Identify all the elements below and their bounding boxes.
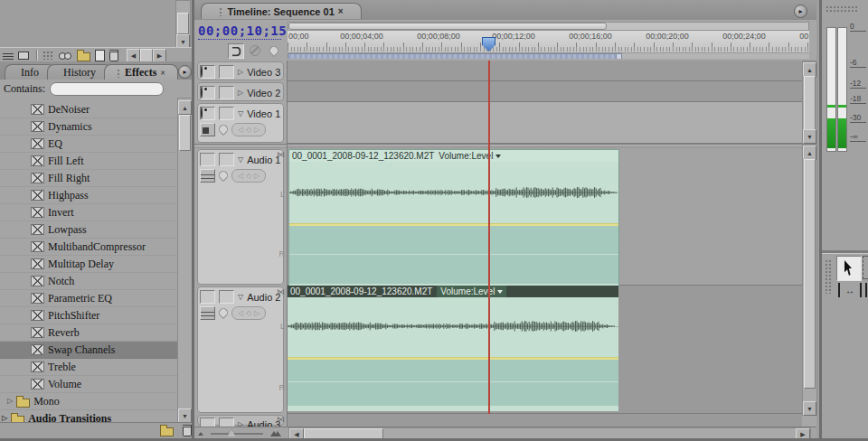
keyframe-toggle-icon[interactable] (217, 306, 230, 319)
zoom-out-icon[interactable] (198, 432, 203, 436)
track-lock-toggle[interactable] (219, 107, 234, 120)
show-keyframes-button[interactable] (200, 306, 215, 320)
clear-trash-icon[interactable] (109, 50, 118, 61)
timeline-zoom-thumb[interactable] (288, 23, 607, 30)
effect-item[interactable]: Volume (0, 376, 177, 393)
current-timecode[interactable]: 00;00;10;15 (198, 23, 287, 38)
scroll-left-button[interactable]: ◀ (127, 49, 140, 62)
toggle-track-output-video3[interactable] (200, 65, 215, 79)
scroll-thumb[interactable] (804, 159, 816, 389)
expand-arrow-icon[interactable]: ▽ (238, 294, 243, 301)
audio-area-scrollbar[interactable]: ▲ ▼ (802, 145, 817, 416)
icon-view-icon[interactable] (18, 52, 29, 60)
zoom-in-icon-2[interactable] (274, 431, 281, 436)
next-keyframe-button[interactable]: ▷ (254, 309, 259, 317)
clip-effect-label[interactable]: Volume:Level (437, 286, 506, 297)
collapse-arrow-icon[interactable]: ▷ (238, 89, 243, 97)
effect-item[interactable]: Fill Left (0, 153, 177, 170)
video1-track-row[interactable] (288, 102, 802, 144)
effect-item-selected[interactable]: Swap Channels (0, 342, 177, 359)
audio1-clip[interactable]: 00_0001_2008-09-12_123620.M2T Volume:Lev… (288, 149, 619, 287)
meters-panel-grip[interactable] (826, 5, 858, 13)
work-area-bar[interactable] (288, 53, 622, 59)
add-keyframe-button[interactable]: ◇ (246, 172, 251, 180)
scroll-up-button[interactable]: ▲ (803, 145, 816, 160)
snap-button[interactable] (228, 43, 244, 59)
scroll-down-button[interactable]: ▼ (803, 129, 816, 144)
expand-arrow-icon[interactable]: ▽ (238, 156, 243, 164)
tab-effects[interactable]: Effects × (104, 64, 178, 80)
effect-item[interactable]: DeNoiser (0, 101, 177, 118)
set-encore-chapter-marker-button[interactable] (248, 43, 262, 57)
delete-custom-item-icon[interactable] (183, 425, 192, 436)
toolbar-scrollbar[interactable]: ◀ ▶ (127, 49, 166, 62)
next-keyframe-button[interactable]: ▷ (254, 172, 259, 180)
scroll-thumb[interactable] (140, 49, 153, 62)
effects-scrollbar[interactable]: ▲ ▼ (177, 98, 193, 424)
track-lock-toggle[interactable] (219, 290, 234, 304)
close-icon[interactable]: × (160, 69, 165, 78)
add-keyframe-button[interactable]: ◇ (246, 309, 251, 317)
new-item-icon[interactable] (95, 50, 105, 61)
next-keyframe-button[interactable]: ▷ (254, 126, 259, 134)
effect-item[interactable]: Reverb (0, 324, 177, 342)
audio3-track-row[interactable] (288, 414, 802, 427)
clip-effect-label[interactable]: Volume:Level (439, 151, 501, 161)
toggle-track-output-video1[interactable] (200, 107, 215, 120)
effects-scrollbar-up-button[interactable]: ▲ (178, 100, 192, 115)
set-display-style-button[interactable] (200, 123, 215, 136)
scroll-up-button[interactable]: ▲ (803, 62, 816, 77)
collapse-arrow-icon[interactable]: ▷ (238, 69, 243, 76)
scroll-right-button[interactable]: ▶ (153, 49, 166, 62)
effects-scrollbar-thumb[interactable] (179, 115, 191, 151)
previous-keyframe-button[interactable]: ◁ (238, 126, 243, 134)
expand-arrow-icon[interactable]: ▽ (238, 110, 243, 117)
toggle-track-output-audio2[interactable] (200, 290, 215, 304)
time-ruler[interactable]: 00;00 00;00;04;00 00;00;08;00 00;00;12;0… (288, 30, 809, 53)
previous-keyframe-button[interactable]: ◁ (238, 172, 243, 180)
project-scrollbar[interactable]: ▼ (175, 0, 191, 49)
effect-item[interactable]: Dynamics (0, 118, 177, 136)
effect-item[interactable]: EQ (0, 136, 177, 153)
expand-arrow-icon[interactable]: ▷ (7, 398, 13, 405)
toggle-track-output-video2[interactable] (200, 86, 215, 99)
selection-tool-button-active[interactable] (836, 256, 862, 281)
effect-item[interactable]: Multitap Delay (0, 256, 177, 273)
toggle-track-output-audio1[interactable] (200, 153, 215, 166)
effect-item[interactable]: Notch (0, 273, 177, 290)
zoom-slider-handle[interactable] (227, 429, 236, 436)
keyframe-toggle-icon[interactable] (217, 169, 230, 182)
scroll-thumb[interactable] (804, 76, 816, 130)
video-area-scrollbar[interactable]: ▲ ▼ (802, 61, 817, 145)
tools-panel-grip[interactable] (825, 259, 832, 294)
video3-track-row[interactable] (288, 61, 802, 81)
effect-item[interactable]: MultibandCompressor (0, 239, 177, 256)
effect-item[interactable]: Fill Right (0, 170, 177, 187)
playhead-cti-line[interactable] (488, 61, 490, 414)
track-select-tool-button[interactable] (863, 256, 868, 279)
timeline-tracks-area[interactable]: 00_0001_2008-09-12_123620.M2T Volume:Lev… (287, 61, 802, 427)
track-lock-toggle[interactable] (219, 153, 234, 166)
track-lock-toggle[interactable] (219, 86, 234, 99)
automate-to-sequence-icon[interactable] (42, 51, 54, 60)
timeline-menu-button[interactable]: ▸ (794, 5, 807, 18)
effect-item[interactable]: Parametric EQ (0, 290, 177, 307)
tab-timeline-sequence-01[interactable]: Timeline: Sequence 01 × (201, 3, 362, 19)
video2-track-row[interactable] (288, 81, 802, 102)
effect-item[interactable]: PitchShifter (0, 307, 177, 324)
new-bin-icon[interactable] (77, 52, 90, 61)
track-lock-toggle[interactable] (219, 65, 234, 79)
effect-item[interactable]: Highpass (0, 187, 177, 204)
effects-folder-mono[interactable]: ▷ Mono (0, 393, 177, 410)
tab-history[interactable]: History (47, 64, 112, 80)
project-scrollbar-thumb[interactable] (177, 13, 189, 34)
effect-item[interactable]: Treble (0, 359, 177, 376)
set-unnumbered-marker-button[interactable] (267, 43, 281, 57)
close-icon[interactable]: × (338, 7, 344, 16)
keyframe-toggle-icon[interactable] (217, 123, 230, 136)
zoom-slider[interactable] (211, 433, 263, 435)
scroll-down-button[interactable]: ▼ (803, 401, 816, 416)
effect-item[interactable]: Invert (0, 204, 177, 221)
new-custom-bin-icon[interactable] (160, 427, 174, 436)
audio2-clip-selected[interactable]: 00_0001_2008-09-12_123620.M2T Volume:Lev… (288, 286, 618, 411)
